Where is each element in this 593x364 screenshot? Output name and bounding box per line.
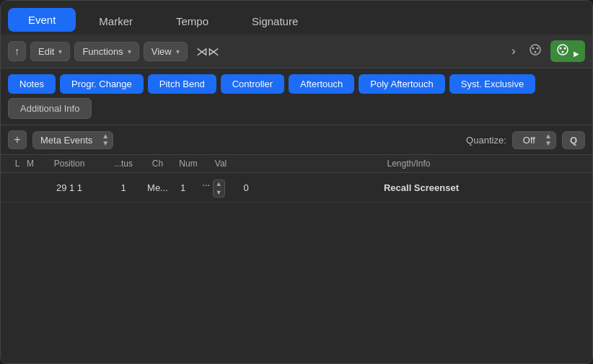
palette-button[interactable] xyxy=(524,40,546,62)
col-header-status: ...tus xyxy=(102,159,145,169)
tab-tempo[interactable]: Tempo xyxy=(156,8,229,35)
q-button[interactable]: Q xyxy=(562,131,585,149)
num-stepper[interactable]: ▲▼ xyxy=(213,179,225,197)
table-container: L M Position ...tus Ch Num Val Length/In… xyxy=(1,155,592,363)
quantize-dropdown[interactable]: Off ▲ ▼ xyxy=(512,131,556,149)
filter-notes[interactable]: Notes xyxy=(8,74,56,94)
quantize-label: Quantize: xyxy=(466,135,506,146)
filter-syst-exclusive[interactable]: Syst. Exclusive xyxy=(449,74,535,94)
snap-button[interactable]: ⋊⋉ xyxy=(192,42,224,61)
back-button[interactable]: ↑ xyxy=(8,41,26,61)
cell-num: ... ▲▼ xyxy=(196,177,232,197)
svg-point-2 xyxy=(536,48,538,50)
right-arrow-button[interactable]: › xyxy=(507,42,519,61)
cell-position: 29 1 1 xyxy=(37,182,102,193)
svg-point-4 xyxy=(558,45,568,55)
table-header: L M Position ...tus Ch Num Val Length/In… xyxy=(1,155,592,173)
tab-bar: Event Marker Tempo Signature xyxy=(1,1,592,35)
cell-val: 0 xyxy=(232,182,260,193)
tab-marker[interactable]: Marker xyxy=(79,8,153,35)
event-type-label: Meta Events xyxy=(40,135,92,146)
cell-info: Recall Screenset xyxy=(260,182,582,193)
col-header-l: L xyxy=(11,159,24,169)
snap-icon: ⋊⋉ xyxy=(196,45,219,58)
svg-point-5 xyxy=(559,48,561,50)
filter-aftertouch[interactable]: Aftertouch xyxy=(289,74,354,94)
main-window: Event Marker Tempo Signature ↑ Edit ▾ Fu… xyxy=(0,0,593,364)
col-header-info: Length/Info xyxy=(235,159,582,169)
tab-event[interactable]: Event xyxy=(8,8,76,32)
svg-point-6 xyxy=(563,48,566,50)
event-type-dropdown[interactable]: Meta Events ▲ ▼ xyxy=(32,131,113,149)
toolbar: ↑ Edit ▾ Functions ▾ View ▾ ⋊⋉ › xyxy=(1,35,592,68)
filter-progr-change[interactable]: Progr. Change xyxy=(60,74,144,94)
right-arrow-icon: › xyxy=(511,45,515,57)
palette-active-button[interactable]: ▶ xyxy=(550,40,585,62)
quantize-value: Off xyxy=(523,135,535,146)
filter-row: Notes Progr. Change Pitch Bend Controlle… xyxy=(1,68,592,125)
col-header-ch: Ch xyxy=(145,159,170,169)
col-header-m: M xyxy=(24,159,37,169)
table-row[interactable]: 29 1 1 1 Me... 1 ... ▲▼ 0 Recall Screens… xyxy=(1,173,592,203)
cell-status: 1 xyxy=(102,182,145,193)
filter-controller[interactable]: Controller xyxy=(221,74,284,94)
filter-poly-aftertouch[interactable]: Poly Aftertouch xyxy=(359,74,444,94)
add-event-button[interactable]: + xyxy=(8,130,27,149)
palette-active-icon: ▶ xyxy=(556,43,579,59)
edit-label: Edit xyxy=(38,46,54,57)
col-header-position: Position xyxy=(37,159,102,169)
edit-chevron: ▾ xyxy=(58,48,62,56)
svg-point-0 xyxy=(530,45,540,55)
svg-point-7 xyxy=(561,51,563,53)
col-header-val: Val xyxy=(206,159,235,169)
cell-ch: 1 xyxy=(170,182,196,193)
col-header-num: Num xyxy=(170,159,206,169)
num-value: ... xyxy=(202,177,210,188)
palette-icon xyxy=(529,46,542,58)
functions-label: Functions xyxy=(82,46,123,57)
svg-point-1 xyxy=(532,48,534,50)
add-icon: + xyxy=(14,133,20,146)
meta-row: + Meta Events ▲ ▼ Quantize: Off ▲ ▼ Q xyxy=(1,125,592,155)
functions-chevron: ▾ xyxy=(128,48,131,56)
view-button[interactable]: View ▾ xyxy=(144,42,188,61)
svg-point-3 xyxy=(534,51,536,53)
filter-additional-info[interactable]: Additional Info xyxy=(8,98,92,119)
edit-button[interactable]: Edit ▾ xyxy=(30,42,70,61)
palette-arrow: ▶ xyxy=(574,50,579,58)
tab-signature[interactable]: Signature xyxy=(232,8,318,35)
view-chevron: ▾ xyxy=(176,48,180,56)
filter-pitch-bend[interactable]: Pitch Bend xyxy=(148,74,216,94)
cell-type: Me... xyxy=(145,182,170,193)
functions-button[interactable]: Functions ▾ xyxy=(74,42,139,61)
view-label: View xyxy=(151,46,172,57)
